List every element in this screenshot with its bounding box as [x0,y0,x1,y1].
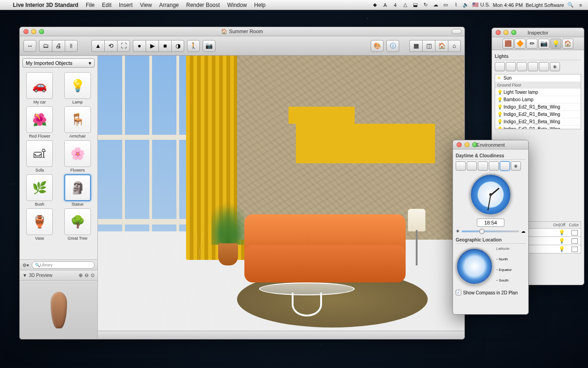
drive-icon[interactable]: △ [401,1,409,9]
tab-object[interactable]: 🟫 [503,39,514,49]
time-preset-4[interactable] [489,161,499,171]
library-item[interactable]: 🌺Red Flower [22,106,58,138]
light-row[interactable]: 💡Indigo_Ed2_R1_Beta_Wing [495,118,581,126]
view-3d[interactable]: 🏠 [435,40,448,52]
menu-view[interactable]: View [136,2,156,8]
num-icon[interactable]: 4 [391,1,399,9]
env-titlebar[interactable]: Environment [453,140,528,150]
3d-viewport[interactable] [98,56,464,339]
view-split[interactable]: ◫ [422,40,435,52]
library-thumb[interactable]: 🪑 [64,106,91,133]
light-row[interactable]: 💡Bamboo Lamp [495,96,581,104]
main-titlebar[interactable]: 🏠 Summer Room [20,27,464,36]
library-item[interactable]: 🪑Armchair [60,106,96,138]
loop-button[interactable]: ◑ [171,40,184,52]
spotlight-icon[interactable]: 🔍 [567,1,574,9]
minimize-button[interactable] [503,30,509,35]
color-swatch[interactable] [571,230,578,236]
time-preset-2[interactable] [467,161,477,171]
app-name[interactable]: Live Interior 3D Standard [9,2,82,8]
close-button[interactable] [457,142,462,147]
time-preset-5[interactable] [500,161,510,171]
light-preset-4[interactable] [528,62,538,71]
menu-edit[interactable]: Edit [98,2,115,8]
library-item[interactable]: 🌿Bush [22,174,58,207]
light-row[interactable]: 💡Indigo_Ed2_R1_Beta_Wing [495,104,581,111]
color-swatch[interactable] [571,238,578,244]
wifi-icon[interactable]: ⌇ [452,1,459,9]
volume-icon[interactable]: 🔈 [462,1,469,9]
view-home[interactable]: ⌂ [448,40,461,52]
snapshot-button[interactable]: 📷 [203,40,215,52]
library-thumb[interactable]: 💡 [64,72,91,99]
zoom-reset-icon[interactable]: ⊙ [90,272,95,278]
input-flag[interactable]: 🇺🇸 U.S. [472,2,490,8]
preview-statue[interactable] [51,292,67,328]
light-preset-3[interactable] [517,62,527,71]
time-preset-1[interactable] [456,161,466,171]
library-item[interactable]: 💡Lamp [60,72,96,104]
play-button[interactable]: ▶ [146,40,158,52]
library-thumb[interactable]: 🏺 [26,208,53,235]
notification-icon[interactable]: ≡ [577,1,584,9]
record-button[interactable]: ● [133,40,146,52]
gear-icon[interactable]: ⚙▾ [23,263,29,268]
orbit-tool[interactable]: ⟲ [104,40,117,52]
library-item[interactable]: 🌳Great Tree [60,208,96,241]
menu-insert[interactable]: Insert [115,2,136,8]
light-row[interactable]: 💡Light Tower lamp [495,89,581,96]
time-clock[interactable] [469,173,512,216]
layers-button[interactable]: ⫴ [65,40,78,52]
zoom-button[interactable] [39,29,44,34]
dropbox-icon[interactable]: ⬓ [412,1,419,9]
zoom-in-icon[interactable]: ⊕ [79,272,83,278]
zoom-button[interactable] [472,142,477,147]
time-preset-custom[interactable]: ⊕ [511,161,521,171]
library-item[interactable]: 🏺Vase [22,208,58,241]
library-tab[interactable]: 🗂 [39,40,52,52]
print-button[interactable]: 🖨 [52,40,65,52]
zoom-out-icon[interactable]: ⊖ [85,272,89,278]
light-row[interactable]: 💡Indigo_Ed2_R1_Beta_Wing [495,111,581,118]
display-icon[interactable]: ▭ [442,1,449,9]
zoom-button[interactable] [511,30,516,35]
library-thumb[interactable]: 🛋 [26,140,53,167]
disclosure-icon[interactable]: ▼ [23,273,27,278]
library-thumb[interactable]: 🗿 [64,174,91,201]
library-search[interactable]: 🔍 Library [32,261,95,269]
info-button[interactable]: ⓘ [386,40,399,52]
light-row[interactable]: 💡Indigo_Ed2_R1_Beta_Wing [495,126,581,129]
view-2d[interactable]: ▦ [409,40,422,52]
tab-lights[interactable]: 💡 [550,39,561,49]
light-preset-1[interactable] [495,62,505,71]
tab-building[interactable]: 🏠 [562,39,573,49]
light-preset-2[interactable] [506,62,516,71]
toolbar-toggle[interactable] [452,29,462,34]
light-preset-5[interactable] [539,62,549,71]
adobe-icon[interactable]: A [381,1,389,9]
close-button[interactable] [496,30,501,35]
color-swatch[interactable] [571,247,578,252]
cloudiness-slider[interactable] [462,230,519,232]
time-preset-3[interactable] [478,161,488,171]
close-button[interactable] [23,29,28,34]
menubar-company[interactable]: BeLight Software [526,2,564,8]
walkthrough-button[interactable]: 🚶 [187,40,200,52]
stop-button[interactable]: ■ [158,40,171,52]
library-item[interactable]: 🌸Flowers [60,140,96,172]
lights-list[interactable]: ☀SunGround Floor💡Light Tower lamp💡Bamboo… [495,74,581,129]
menubar-clock[interactable]: Mon 4:46 PM [493,2,523,8]
light-preset-add[interactable]: ⊕ [550,62,560,71]
cloud-icon[interactable]: ☁ [432,1,439,9]
render-button[interactable]: 🎨 [371,40,384,52]
tab-materials[interactable]: 🔶 [514,39,526,49]
library-thumb[interactable]: 🌳 [64,208,91,235]
menu-window[interactable]: Window [224,2,251,8]
sync-icon[interactable]: ↻ [422,1,429,9]
minimize-button[interactable] [464,142,469,147]
show-compass-checkbox[interactable]: ✓Show Compass in 2D Plan [456,290,526,295]
menu-help[interactable]: Help [250,2,269,8]
back-button[interactable]: ↔ [23,40,36,52]
light-row[interactable]: ☀Sun [495,75,581,82]
library-thumb[interactable]: 🌿 [26,174,53,201]
